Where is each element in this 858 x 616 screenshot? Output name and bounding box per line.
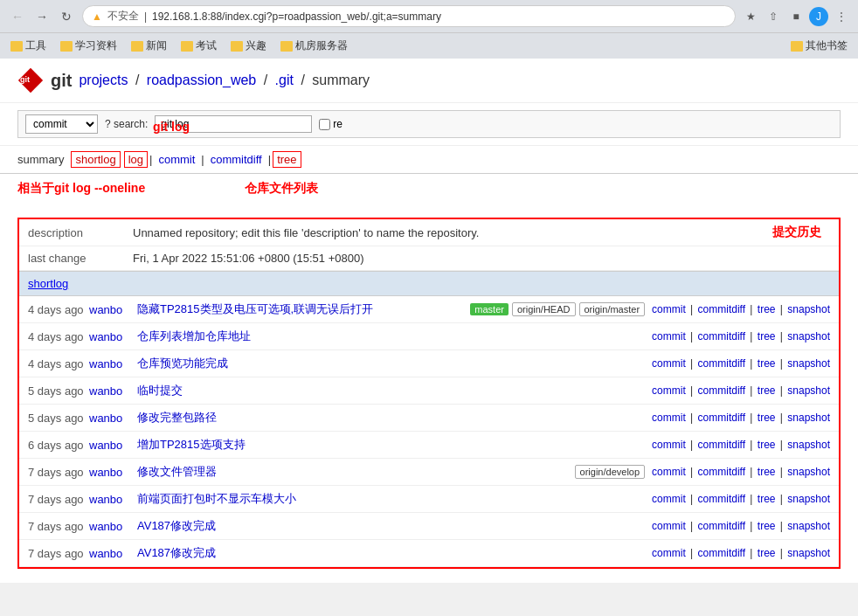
bookmark-button[interactable]: ★	[741, 7, 760, 26]
extensions-button[interactable]: ■	[786, 7, 806, 26]
bookmark-news[interactable]: 新闻	[128, 37, 170, 55]
commit-author[interactable]: wanbo	[89, 384, 137, 398]
commit-message[interactable]: 修改文件管理器	[137, 464, 568, 480]
commit-action-commit[interactable]: commit	[652, 520, 686, 532]
commit-action-snapshot[interactable]: snapshot	[787, 384, 830, 397]
action-separator: |	[778, 466, 786, 478]
table-row: 6 days agowanbo增加TP2815选项支持commit | comm…	[19, 432, 839, 459]
commit-action-tree[interactable]: tree	[758, 357, 776, 370]
search-input[interactable]	[155, 115, 312, 133]
commit-action-commitdiff[interactable]: commitdiff	[698, 384, 745, 397]
bookmark-tools[interactable]: 工具	[7, 37, 50, 55]
bookmark-study[interactable]: 学习资料	[57, 37, 121, 55]
back-button[interactable]: ←	[7, 6, 28, 27]
breadcrumb-projects[interactable]: projects	[79, 73, 128, 87]
commit-message[interactable]: 临时提交	[137, 383, 638, 398]
action-separator: |	[688, 547, 696, 559]
action-separator: |	[747, 384, 756, 397]
commit-action-commit[interactable]: commit	[652, 303, 686, 315]
commit-action-commitdiff[interactable]: commitdiff	[698, 493, 745, 505]
commit-tag[interactable]: origin/develop	[575, 465, 646, 479]
commit-action-tree[interactable]: tree	[758, 384, 776, 397]
commit-author[interactable]: wanbo	[89, 412, 137, 425]
breadcrumb-git[interactable]: .git	[275, 73, 294, 87]
tab-log[interactable]: log	[124, 151, 148, 168]
tab-summary: summary	[17, 153, 64, 166]
browser-content[interactable]: git git projects / roadpassion_web / .gi…	[0, 59, 858, 583]
commit-action-commitdiff[interactable]: commitdiff	[698, 412, 745, 424]
forward-button[interactable]: →	[31, 6, 52, 27]
bookmark-interest[interactable]: 兴趣	[227, 37, 270, 55]
commit-author[interactable]: wanbo	[89, 520, 137, 533]
tab-shortlog[interactable]: shortlog	[71, 151, 120, 168]
commit-tag[interactable]: origin/master	[579, 302, 646, 316]
commit-action-commit[interactable]: commit	[652, 439, 686, 451]
commit-message[interactable]: 前端页面打包时不显示车模大小	[137, 491, 638, 507]
re-checkbox[interactable]: re	[319, 118, 343, 130]
commit-action-commit[interactable]: commit	[652, 547, 686, 559]
commit-action-commitdiff[interactable]: commitdiff	[698, 466, 745, 478]
commit-action-snapshot[interactable]: snapshot	[787, 520, 830, 532]
commit-action-snapshot[interactable]: snapshot	[787, 303, 830, 315]
commit-action-tree[interactable]: tree	[758, 412, 776, 424]
commit-tag[interactable]: master	[470, 303, 509, 315]
commit-action-tree[interactable]: tree	[758, 520, 776, 532]
tab-commit[interactable]: commit	[154, 151, 199, 168]
commit-action-commit[interactable]: commit	[652, 466, 686, 478]
commit-action-snapshot[interactable]: snapshot	[787, 493, 830, 505]
tab-commitdiff[interactable]: commitdiff	[206, 151, 266, 168]
commit-action-commit[interactable]: commit	[652, 357, 686, 370]
commit-action-snapshot[interactable]: snapshot	[787, 357, 830, 370]
commit-action-tree[interactable]: tree	[758, 439, 776, 451]
re-checkbox-input[interactable]	[319, 119, 330, 130]
commit-author[interactable]: wanbo	[89, 357, 137, 370]
commit-action-commit[interactable]: commit	[652, 384, 686, 397]
commit-action-snapshot[interactable]: snapshot	[787, 330, 830, 343]
menu-button[interactable]: ⋮	[832, 7, 851, 26]
breadcrumb-repo[interactable]: roadpassion_web	[147, 73, 256, 87]
commit-action-commitdiff[interactable]: commitdiff	[698, 330, 745, 343]
commit-action-commitdiff[interactable]: commitdiff	[698, 439, 745, 451]
commit-action-commitdiff[interactable]: commitdiff	[698, 520, 745, 532]
commit-action-commitdiff[interactable]: commitdiff	[698, 547, 745, 559]
commit-action-snapshot[interactable]: snapshot	[787, 466, 830, 478]
commit-action-commitdiff[interactable]: commitdiff	[698, 357, 745, 370]
share-button[interactable]: ⇧	[764, 7, 783, 26]
commit-author[interactable]: wanbo	[89, 547, 137, 560]
commit-action-tree[interactable]: tree	[758, 466, 776, 478]
commit-action-tree[interactable]: tree	[758, 330, 776, 343]
action-separator: |	[778, 493, 786, 505]
refresh-button[interactable]: ↻	[56, 6, 77, 27]
commit-action-snapshot[interactable]: snapshot	[787, 439, 830, 451]
commit-message[interactable]: 仓库列表增加仓库地址	[137, 329, 638, 344]
commit-message[interactable]: AV187修改完成	[137, 545, 638, 561]
commit-action-commit[interactable]: commit	[652, 493, 686, 505]
bookmark-other[interactable]: 其他书签	[787, 37, 851, 55]
commit-action-tree[interactable]: tree	[758, 303, 776, 315]
commit-message[interactable]: 隐藏TP2815类型及电压可选项,联调无误后打开	[137, 301, 463, 317]
commit-message[interactable]: 仓库预览功能完成	[137, 356, 638, 371]
commit-author[interactable]: wanbo	[89, 466, 137, 479]
commit-action-tree[interactable]: tree	[758, 493, 776, 505]
search-type-select[interactable]: commit grep author committer	[25, 114, 98, 134]
commit-author[interactable]: wanbo	[89, 439, 137, 452]
address-bar[interactable]: ▲ 不安全 | 192.168.1.8:88/index.cgi?p=roadp…	[82, 5, 736, 27]
commit-tag[interactable]: origin/HEAD	[512, 302, 576, 316]
commit-action-commit[interactable]: commit	[652, 412, 686, 424]
bookmark-server[interactable]: 机房服务器	[277, 37, 351, 55]
commit-author[interactable]: wanbo	[89, 493, 137, 506]
commit-message[interactable]: 增加TP2815选项支持	[137, 437, 638, 453]
profile-button[interactable]: J	[809, 7, 828, 26]
commit-message[interactable]: 修改完整包路径	[137, 410, 638, 426]
commit-author[interactable]: wanbo	[89, 330, 137, 343]
commit-message[interactable]: AV187修改完成	[137, 518, 638, 534]
tab-tree[interactable]: tree	[273, 151, 301, 168]
commit-action-tree[interactable]: tree	[758, 547, 776, 559]
commit-action-commitdiff[interactable]: commitdiff	[698, 303, 745, 315]
bookmark-exam[interactable]: 考试	[177, 37, 220, 55]
commit-action-snapshot[interactable]: snapshot	[787, 547, 830, 559]
commit-author[interactable]: wanbo	[89, 303, 137, 316]
commit-action-commit[interactable]: commit	[652, 330, 686, 343]
shortlog-link[interactable]: shortlog	[28, 277, 68, 290]
commit-action-snapshot[interactable]: snapshot	[787, 412, 830, 424]
